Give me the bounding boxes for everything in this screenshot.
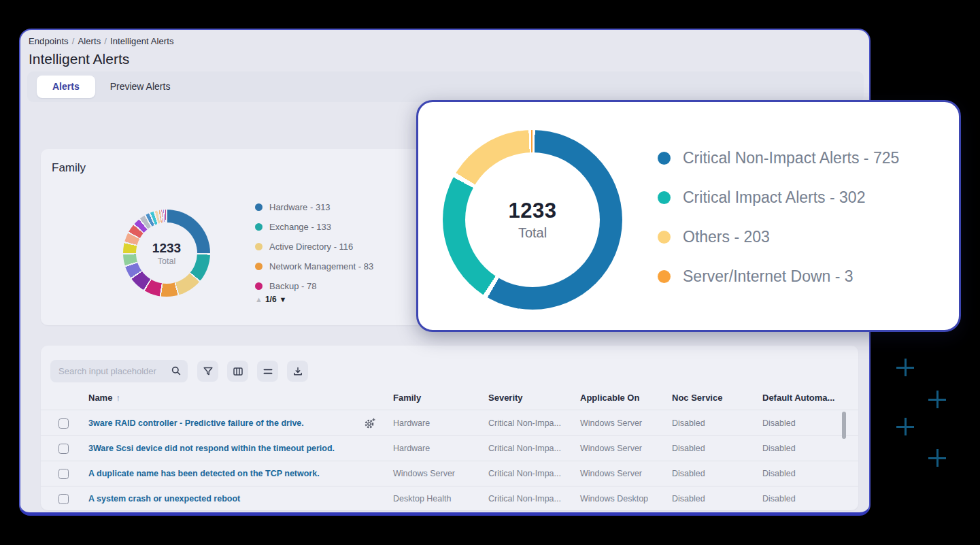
table-row[interactable]: 3ware RAID controller - Predictive failu… (41, 411, 858, 436)
cell-severity: Critical Non-Impa... (476, 444, 568, 453)
column-header-noc-service[interactable]: Noc Service (660, 393, 750, 403)
legend-item[interactable]: Backup - 78 (255, 279, 373, 293)
legend-item[interactable]: Exchange - 133 (255, 220, 373, 233)
cell-family: Hardware (381, 418, 476, 428)
alerts-table-card: Name↑ Family Severity Applicable On Noc … (41, 346, 858, 510)
cell-family: Desktop Health (381, 494, 476, 503)
table-row[interactable]: A system crash or unexpected reboot Desk… (41, 486, 858, 510)
table-row[interactable]: A duplicate name has been detected on th… (41, 461, 858, 486)
cell-noc-service: Disabled (660, 418, 750, 428)
table-row[interactable]: 3Ware Scsi device did not respond within… (41, 436, 858, 461)
legend-pager: ▲ 1/6 ▼ (255, 295, 286, 304)
breadcrumb-separator: / (72, 36, 75, 46)
column-header-severity[interactable]: Severity (476, 393, 568, 403)
columns-icon (233, 366, 243, 377)
search-icon (171, 365, 182, 376)
legend-item[interactable]: Server/Internet Down - 3 (658, 261, 899, 291)
plus-decoration-icon (896, 418, 914, 435)
alert-name-link[interactable]: A system crash or unexpected reboot (88, 494, 240, 503)
alert-name-link[interactable]: 3Ware Scsi device did not respond within… (88, 444, 335, 453)
severity-donut-center: 1233 Total (465, 152, 600, 287)
plus-decoration-icon (928, 391, 946, 408)
breadcrumb-item-alerts[interactable]: Alerts (78, 36, 101, 46)
search-box (50, 360, 188, 382)
legend-item[interactable]: Critical Non-Impact Alerts - 725 (658, 143, 899, 173)
column-header-name[interactable]: Name↑ (79, 393, 381, 403)
row-checkbox[interactable] (58, 418, 69, 429)
table-toolbar (50, 360, 317, 382)
legend-dot (658, 270, 671, 283)
page-indicator: 1/6 (265, 295, 277, 304)
severity-total-value: 1233 (509, 199, 557, 223)
cell-severity: Critical Non-Impa... (476, 494, 568, 503)
tab-bar: Alerts Preview Alerts (27, 71, 864, 102)
cell-severity: Critical Non-Impa... (476, 418, 568, 428)
sort-asc-icon[interactable]: ↑ (116, 393, 120, 403)
legend-dot (658, 231, 671, 244)
table-scrollbar[interactable] (842, 412, 846, 439)
legend-item[interactable]: Others - 203 (658, 222, 899, 252)
legend-dot (255, 243, 263, 250)
legend-item[interactable]: Network Management - 83 (255, 259, 373, 273)
filter-button[interactable] (197, 361, 218, 382)
column-header-applicable-on[interactable]: Applicable On (568, 393, 660, 403)
breadcrumb: Endpoints/Alerts/Intelligent Alerts (29, 36, 174, 46)
cell-default-automation: Disabled (750, 444, 858, 453)
legend-item[interactable]: Active Directory - 116 (255, 240, 373, 253)
family-donut-center: 1233 Total (136, 222, 197, 284)
breadcrumb-item-intelligent-alerts[interactable]: Intelligent Alerts (110, 36, 174, 46)
table-body: 3ware RAID controller - Predictive failu… (41, 411, 858, 510)
row-checkbox[interactable] (58, 469, 69, 479)
legend-dot (658, 152, 671, 165)
density-icon (263, 366, 273, 377)
row-checkbox[interactable] (58, 494, 69, 504)
columns-button[interactable] (227, 361, 248, 382)
page-up-icon[interactable]: ▲ (255, 295, 263, 303)
alert-name-link[interactable]: A duplicate name has been detected on th… (88, 469, 320, 478)
legend-dot (255, 223, 263, 231)
breadcrumb-separator: / (104, 36, 107, 46)
cell-noc-service: Disabled (660, 469, 750, 478)
legend-dot (255, 282, 263, 290)
row-checkbox[interactable] (58, 444, 69, 454)
cell-applicable-on: Windows Server (568, 469, 660, 478)
severity-chart-popup: 1233 Total Critical Non-Impact Alerts - … (416, 100, 961, 332)
cell-family: Windows Server (381, 469, 476, 478)
legend-label: Hardware - 313 (269, 202, 331, 212)
severity-legend: Critical Non-Impact Alerts - 725 Critica… (658, 143, 899, 301)
plus-decoration-icon (928, 449, 946, 467)
severity-total-label: Total (518, 225, 547, 241)
cell-noc-service: Disabled (660, 444, 750, 453)
legend-label: Backup - 78 (269, 281, 316, 291)
legend-dot (255, 263, 263, 270)
cell-severity: Critical Non-Impa... (476, 469, 568, 478)
column-header-default-automation[interactable]: Default Automa... (750, 393, 858, 403)
column-header-family[interactable]: Family (381, 393, 476, 403)
download-icon (292, 366, 303, 377)
cell-applicable-on: Windows Server (568, 418, 660, 428)
cell-default-automation: Disabled (750, 469, 858, 478)
legend-item[interactable]: Critical Impact Alerts - 302 (658, 182, 899, 212)
cell-applicable-on: Windows Server (568, 444, 660, 453)
search-input[interactable] (50, 360, 188, 382)
page-down-icon[interactable]: ▼ (280, 295, 287, 303)
family-legend: Hardware - 313 Exchange - 133 Active Dir… (255, 200, 373, 299)
alert-name-link[interactable]: 3ware RAID controller - Predictive failu… (88, 418, 304, 428)
legend-label: Network Management - 83 (269, 261, 373, 271)
legend-label: Active Directory - 116 (269, 242, 353, 252)
family-card-title: Family (52, 161, 86, 175)
page-title: Intelligent Alerts (29, 51, 129, 67)
cell-applicable-on: Windows Desktop (568, 494, 660, 503)
filter-icon (203, 366, 214, 377)
legend-label: Others - 203 (683, 228, 770, 246)
table-header: Name↑ Family Severity Applicable On Noc … (41, 385, 858, 410)
plus-decoration-icon (896, 359, 914, 376)
tab-preview-alerts[interactable]: Preview Alerts (95, 76, 186, 98)
legend-item[interactable]: Hardware - 313 (255, 200, 373, 214)
breadcrumb-item-endpoints[interactable]: Endpoints (29, 36, 69, 46)
gear-plus-icon[interactable] (363, 416, 377, 430)
legend-label: Exchange - 133 (269, 222, 331, 232)
row-density-button[interactable] (257, 361, 278, 382)
tab-alerts[interactable]: Alerts (37, 76, 95, 98)
download-button[interactable] (287, 361, 308, 382)
